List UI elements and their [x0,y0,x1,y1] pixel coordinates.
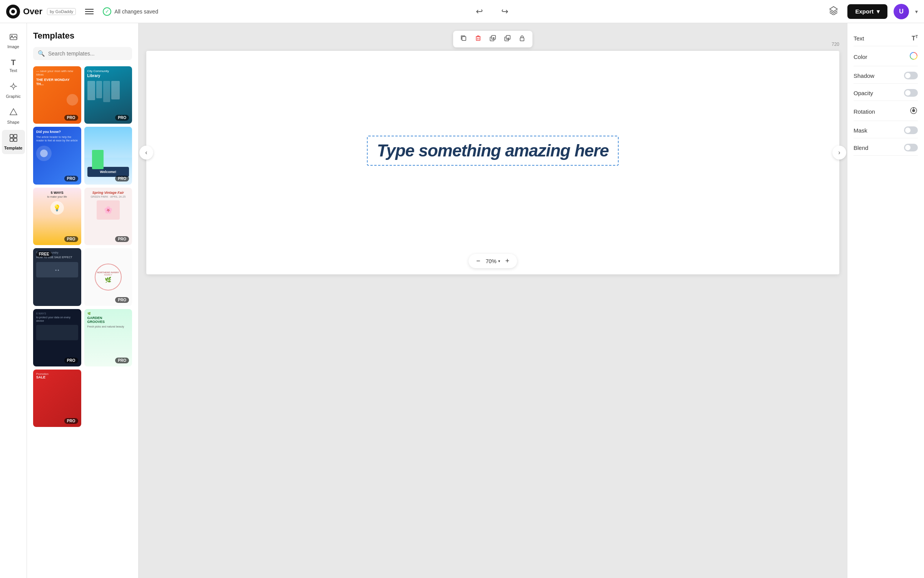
svg-rect-15 [462,37,466,40]
templates-panel: Templates 🔍 — save your mon with new ide… [27,23,139,578]
template-card-6[interactable]: Spring Vintage Fair GREEN PARK · APRIL 2… [84,188,132,245]
app-name: Over [23,7,42,17]
image-label: Image [7,44,19,49]
shape-icon [9,108,18,119]
prop-shadow-label: Shadow [854,72,874,79]
pro-badge: PRO [115,176,129,181]
canvas-prev-button[interactable]: ‹ [139,146,153,160]
undo-button[interactable]: ↩ [473,3,486,20]
graphic-icon [9,82,18,93]
text-content: Type something amazing here [377,141,609,160]
free-badge: FREE [36,251,52,257]
template-card-8[interactable]: NORTHEND NANNY AGENCY 🌿 PRO [84,248,132,306]
header-right: Export ▾ U ▾ [826,3,918,20]
send-backward-button[interactable] [502,33,513,45]
logo-icon [6,5,20,18]
blend-toggle[interactable] [904,144,918,151]
zoom-in-button[interactable]: + [503,256,512,266]
template-card-4[interactable]: Welcome! PRO [84,127,132,184]
text-icon: T [11,58,15,67]
save-status: ✓ All changes saved [103,7,158,16]
pro-badge: PRO [64,176,78,181]
left-sidebar: Image T Text Graphic Shape [0,23,27,578]
prop-rotation-label: Rotation [854,108,875,115]
canvas-next-button[interactable]: › [832,146,846,160]
svg-rect-12 [14,134,17,138]
prop-mask-control [904,126,918,134]
lock-button[interactable] [516,33,528,45]
text-format-icon[interactable]: TT [912,35,918,42]
pro-badge: PRO [115,297,129,303]
svg-marker-10 [10,109,17,115]
bring-forward-button[interactable] [487,33,499,45]
shadow-toggle[interactable] [904,72,918,79]
template-card-10[interactable]: 🌿 GARDEN GROOVES Fresh picks and natural… [84,309,132,366]
pro-badge: PRO [64,418,78,424]
sidebar-item-graphic[interactable]: Graphic [2,78,25,102]
pro-badge: PRO [64,358,78,363]
header-center: ↩ ↪ [158,3,826,20]
zoom-chevron-icon: ▾ [498,259,500,263]
svg-rect-16 [476,37,480,40]
prop-opacity-label: Opacity [854,90,873,96]
opacity-toggle[interactable] [904,89,918,97]
check-icon: ✓ [103,7,111,16]
godaddy-badge: by GoDaddy [47,8,76,15]
export-button[interactable]: Export ▾ [847,4,887,19]
templates-grid: — save your mon with new ideas THE EVER … [33,66,132,427]
template-card-1[interactable]: — save your mon with new ideas THE EVER … [33,66,81,124]
prop-text: Text TT [854,31,918,46]
template-card-7[interactable]: East Park Laundry HOW TO USE SALE EFFECT… [33,248,81,306]
prop-text-label: Text [854,35,864,42]
pro-badge: PRO [115,358,129,363]
image-icon [9,32,18,43]
delete-button[interactable] [472,33,484,45]
color-wheel-icon[interactable] [909,52,918,62]
prop-blend-control [904,144,918,151]
pro-badge: PRO [115,236,129,242]
svg-rect-14 [14,138,17,141]
svg-point-5 [12,85,15,88]
svg-rect-29 [520,38,524,41]
template-card-9[interactable]: 6 WAYS to protect your data on every dev… [33,309,81,366]
template-card-11[interactable]: Promotion SALE PRO [33,370,81,427]
save-text: All changes saved [114,8,158,15]
prop-color-control [909,52,918,62]
template-label: Template [4,146,22,150]
sidebar-item-image[interactable]: Image [2,29,25,53]
zoom-controls: − 70% ▾ + [469,254,517,268]
canvas-area: 720 Type something amazing here [146,51,839,274]
rotation-icon[interactable] [909,106,918,117]
sidebar-item-template[interactable]: Template [2,130,25,154]
template-card-5[interactable]: 5 WAYS to make your life 💡 PRO [33,188,81,245]
prop-rotation-control [909,106,918,117]
redo-button[interactable]: ↪ [498,3,511,20]
mask-toggle[interactable] [904,126,918,134]
template-card-2[interactable]: City Community Library PRO [84,66,132,124]
prop-rotation: Rotation [854,102,918,121]
right-properties-panel: Text TT Color Shadow Opacity [847,23,924,578]
export-chevron-icon: ▾ [877,8,880,15]
prop-blend: Blend [854,140,918,156]
avatar[interactable]: U [894,4,909,19]
prop-text-control: TT [912,35,918,42]
shape-label: Shape [7,120,20,124]
pro-badge: PRO [64,115,78,121]
zoom-out-button[interactable]: − [474,256,483,266]
svg-point-32 [912,109,915,112]
user-chevron-icon[interactable]: ▾ [915,8,918,15]
pro-badge: PRO [64,236,78,242]
sidebar-item-shape[interactable]: Shape [2,104,25,128]
search-input[interactable] [48,50,127,57]
hamburger-menu[interactable] [85,9,94,14]
search-box: 🔍 [33,47,132,60]
svg-marker-2 [830,7,837,12]
template-card-3[interactable]: Did you know? The article header to help… [33,127,81,184]
layers-button[interactable] [826,3,841,20]
zoom-level[interactable]: 70% ▾ [485,258,500,264]
prop-color: Color [854,48,918,66]
copy-button[interactable] [458,33,469,45]
sidebar-item-text[interactable]: T Text [2,54,25,77]
text-element[interactable]: Type something amazing here [367,136,619,166]
text-label: Text [9,68,17,73]
